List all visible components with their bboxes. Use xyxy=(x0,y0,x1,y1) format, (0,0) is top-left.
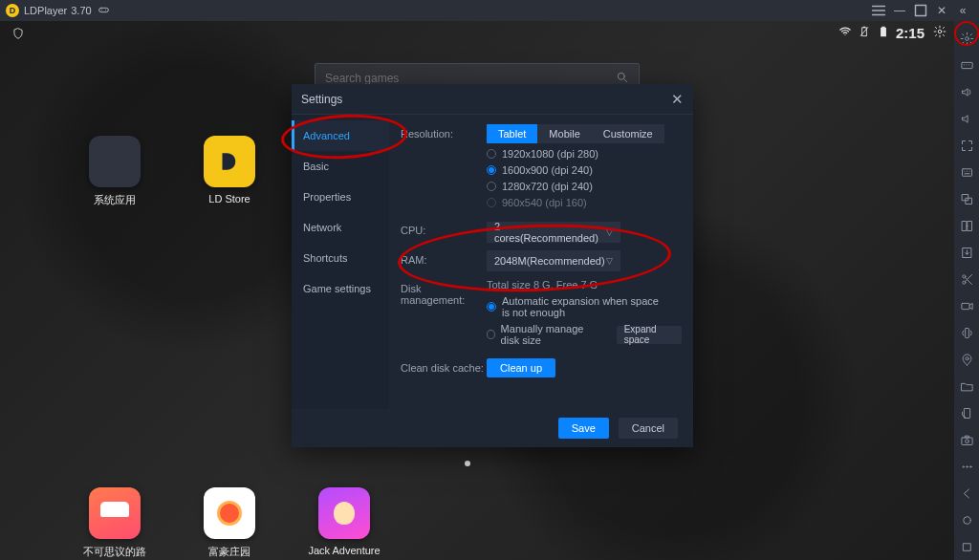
svg-rect-37 xyxy=(965,328,968,337)
rotate-icon[interactable] xyxy=(954,399,979,426)
disk-status: Total size 8 G, Free 7 G xyxy=(487,279,682,291)
shared-folder-icon[interactable] xyxy=(954,373,979,399)
svg-point-44 xyxy=(966,465,968,467)
gamepad-icon[interactable] xyxy=(98,4,110,18)
collapse-sidebar-button[interactable]: « xyxy=(952,0,973,21)
app-icon-system-apps[interactable]: 系统应用 xyxy=(76,136,153,207)
menu-button[interactable] xyxy=(868,0,889,21)
svg-rect-39 xyxy=(964,408,969,418)
settings-title-bar: Settings ✕ xyxy=(292,84,693,115)
svg-rect-0 xyxy=(98,8,108,11)
mode-customize[interactable]: Customize xyxy=(592,124,664,143)
svg-rect-36 xyxy=(961,303,968,309)
android-status-bar: 2:15 xyxy=(838,25,946,41)
settings-gear-icon-android[interactable] xyxy=(933,25,946,41)
app-label: Jack Adventure xyxy=(306,545,382,556)
app-name: LDPlayer xyxy=(24,5,67,16)
resolution-label: Resolution: xyxy=(401,124,487,140)
svg-rect-28 xyxy=(968,221,971,230)
back-icon[interactable] xyxy=(954,480,979,506)
ram-label: RAM: xyxy=(401,250,487,266)
search-input[interactable] xyxy=(325,72,616,85)
battery-icon xyxy=(877,25,890,41)
app-icon-fuhao[interactable]: 富豪庄园 xyxy=(191,487,268,559)
tab-advanced[interactable]: Advanced xyxy=(292,120,389,151)
chevron-down-icon: ▽ xyxy=(606,256,613,266)
location-icon[interactable] xyxy=(954,346,979,373)
volume-down-icon[interactable] xyxy=(954,105,979,132)
clean-up-button[interactable]: Clean up xyxy=(487,358,555,377)
resolution-option[interactable]: 1600x900 (dpi 240) xyxy=(487,164,682,176)
multi-instance-icon[interactable] xyxy=(954,185,979,212)
app-logo-icon: D xyxy=(6,4,19,17)
svg-point-45 xyxy=(969,465,971,467)
cpu-label: CPU: xyxy=(401,221,487,236)
screenshot-icon[interactable] xyxy=(954,426,979,453)
disk-label: Disk management: xyxy=(401,279,487,306)
close-button[interactable]: ✕ xyxy=(931,0,952,21)
app-label: 富豪庄园 xyxy=(191,545,268,559)
disk-option-manual[interactable]: Manually manage disk size Expand space xyxy=(487,323,682,346)
app-icon-jack-adventure[interactable]: Jack Adventure xyxy=(306,487,382,556)
svg-rect-11 xyxy=(881,27,885,28)
svg-line-9 xyxy=(860,27,868,35)
svg-rect-47 xyxy=(963,543,970,550)
tab-game-settings[interactable]: Game settings xyxy=(292,273,389,304)
svg-rect-20 xyxy=(962,168,971,176)
settings-tabs: Advanced Basic Properties Network Shortc… xyxy=(292,115,389,409)
keyboard-icon[interactable] xyxy=(954,52,979,78)
more-icon[interactable] xyxy=(954,453,979,480)
app-icon-ld-store[interactable]: LD Store xyxy=(191,136,268,205)
maximize-button[interactable] xyxy=(910,0,931,21)
home-icon[interactable] xyxy=(954,506,979,533)
volume-up-icon[interactable] xyxy=(954,78,979,105)
settings-content: Resolution: Tablet Mobile Customize 1920… xyxy=(389,115,693,409)
apk-install-icon[interactable] xyxy=(954,239,979,266)
svg-rect-6 xyxy=(916,6,926,16)
resolution-option[interactable]: 1280x720 (dpi 240) xyxy=(487,181,682,192)
disk-option-auto[interactable]: Automatic expansion when space is not en… xyxy=(487,295,682,318)
tab-network[interactable]: Network xyxy=(292,212,389,243)
resolution-mode-segment[interactable]: Tablet Mobile Customize xyxy=(487,124,664,143)
battery-crossed-icon xyxy=(858,25,871,41)
tab-shortcuts[interactable]: Shortcuts xyxy=(292,243,389,273)
close-icon[interactable]: ✕ xyxy=(671,91,684,108)
record-icon[interactable] xyxy=(954,292,979,319)
clock: 2:15 xyxy=(896,25,925,41)
svg-point-15 xyxy=(965,36,968,40)
app-version: 3.70 xyxy=(71,5,91,16)
recents-icon[interactable] xyxy=(954,533,979,560)
ram-select[interactable]: 2048M(Recommended) ▽ xyxy=(487,250,620,271)
resolution-option[interactable]: 960x540 (dpi 160) xyxy=(487,197,682,208)
shake-icon[interactable] xyxy=(954,319,979,346)
scissors-icon[interactable] xyxy=(954,266,979,292)
keymap-icon[interactable] xyxy=(954,159,979,185)
resolution-option[interactable]: 1920x1080 (dpi 280) xyxy=(487,148,682,160)
settings-footer: Save Cancel xyxy=(292,409,693,447)
svg-rect-42 xyxy=(965,436,968,438)
sync-icon[interactable] xyxy=(954,212,979,239)
tab-properties[interactable]: Properties xyxy=(292,182,389,212)
mode-tablet[interactable]: Tablet xyxy=(487,124,537,143)
svg-rect-16 xyxy=(961,62,971,68)
home-pager[interactable] xyxy=(465,461,470,466)
svg-point-43 xyxy=(963,465,965,467)
tab-basic[interactable]: Basic xyxy=(292,151,389,182)
svg-line-34 xyxy=(965,277,971,284)
save-button[interactable]: Save xyxy=(558,418,609,439)
expand-space-button[interactable]: Expand space xyxy=(617,326,682,344)
mode-mobile[interactable]: Mobile xyxy=(537,124,591,143)
app-icon-road[interactable]: 不可思议的路 xyxy=(76,487,153,559)
svg-rect-26 xyxy=(966,198,971,204)
fullscreen-icon[interactable] xyxy=(954,132,979,159)
minimize-button[interactable]: — xyxy=(889,0,910,21)
settings-gear-icon[interactable] xyxy=(954,25,979,52)
app-label: 系统应用 xyxy=(76,193,153,207)
svg-point-41 xyxy=(965,439,968,442)
cancel-button[interactable]: Cancel xyxy=(619,418,678,439)
wifi-icon xyxy=(838,25,852,41)
settings-dialog: Settings ✕ Advanced Basic Properties Net… xyxy=(292,84,693,447)
svg-rect-8 xyxy=(863,27,865,28)
svg-rect-10 xyxy=(881,28,886,36)
cpu-select[interactable]: 2 cores(Recommended) ▽ xyxy=(487,222,620,243)
